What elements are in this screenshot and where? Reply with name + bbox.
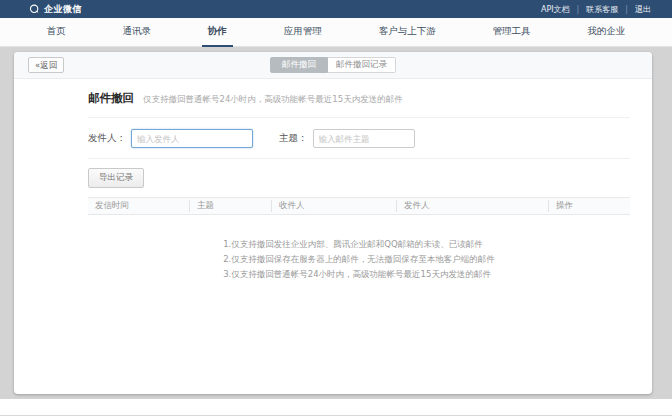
sender-input[interactable] [131, 129, 253, 148]
column-subject: 主题 [189, 200, 271, 212]
export-records-button[interactable]: 导出记录 [88, 168, 144, 188]
nav-item-contacts[interactable]: 通讯录 [116, 18, 157, 47]
search-form: 发件人： 主题： [88, 129, 630, 148]
top-bar: 企业微信 API文档 | 联系客服 | 退出 [0, 0, 672, 18]
subject-label: 主题： [279, 132, 308, 145]
back-button[interactable]: «返回 [28, 57, 64, 73]
topbar-links: API文档 | 联系客服 | 退出 [534, 4, 658, 15]
window-bottom-edge [0, 415, 672, 416]
page-subtitle: 仅支持撤回普通帐号24小时内，高级功能帐号最近15天内发送的邮件 [143, 94, 403, 106]
nav-item-admin-tools[interactable]: 管理工具 [487, 18, 537, 47]
nav-item-collaboration[interactable]: 协作 [202, 18, 233, 47]
brand-name: 企业微信 [44, 3, 82, 16]
title-row: 邮件撤回 仅支持撤回普通帐号24小时内，高级功能帐号最近15天内发送的邮件 [88, 91, 630, 106]
nav-item-customers[interactable]: 客户与上下游 [373, 18, 442, 47]
wechat-work-logo-icon [29, 4, 40, 15]
page-title: 邮件撤回 [88, 91, 134, 106]
divider [88, 117, 630, 118]
column-send-time: 发信时间 [88, 200, 189, 212]
column-recipient: 收件人 [271, 200, 396, 212]
subject-input[interactable] [313, 129, 415, 148]
sender-label: 发件人： [88, 132, 126, 145]
tab-mail-recall-records[interactable]: 邮件撤回记录 [328, 57, 396, 73]
panel-content: 邮件撤回 仅支持撤回普通帐号24小时内，高级功能帐号最近15天内发送的邮件 发件… [14, 91, 652, 282]
api-docs-link[interactable]: API文档 [534, 4, 577, 15]
note-line-1: 1.仅支持撤回发往企业内部、腾讯企业邮和QQ邮箱的未读、已读邮件 [223, 237, 495, 252]
contact-support-link[interactable]: 联系客服 [579, 4, 625, 15]
tab-mail-recall[interactable]: 邮件撤回 [270, 57, 328, 73]
logout-link[interactable]: 退出 [628, 4, 658, 15]
mail-recall-panel: «返回 邮件撤回 邮件撤回记录 邮件撤回 仅支持撤回普通帐号24小时内，高级功能… [14, 52, 652, 394]
column-sender: 发件人 [396, 200, 548, 212]
recall-rules-notes: 1.仅支持撤回发往企业内部、腾讯企业邮和QQ邮箱的未读、已读邮件 2.仅支持撤回… [223, 237, 495, 282]
brand: 企业微信 [29, 3, 82, 16]
nav-item-my-company[interactable]: 我的企业 [581, 18, 631, 47]
panel-tab-group: 邮件撤回 邮件撤回记录 [270, 57, 396, 73]
column-action: 操作 [548, 200, 630, 212]
panel-header: «返回 邮件撤回 邮件撤回记录 [14, 52, 652, 79]
main-nav: 首页 通讯录 协作 应用管理 客户与上下游 管理工具 我的企业 [0, 18, 672, 47]
table-header: 发信时间 主题 收件人 发件人 操作 [88, 197, 630, 215]
nav-item-app-management[interactable]: 应用管理 [278, 18, 328, 47]
note-line-2: 2.仅支持撤回保存在服务器上的邮件，无法撤回保存至本地客户端的邮件 [223, 252, 495, 267]
nav-item-home[interactable]: 首页 [40, 18, 71, 47]
note-line-3: 3.仅支持撤回普通帐号24小时内，高级功能帐号最近15天内发送的邮件 [223, 267, 495, 282]
